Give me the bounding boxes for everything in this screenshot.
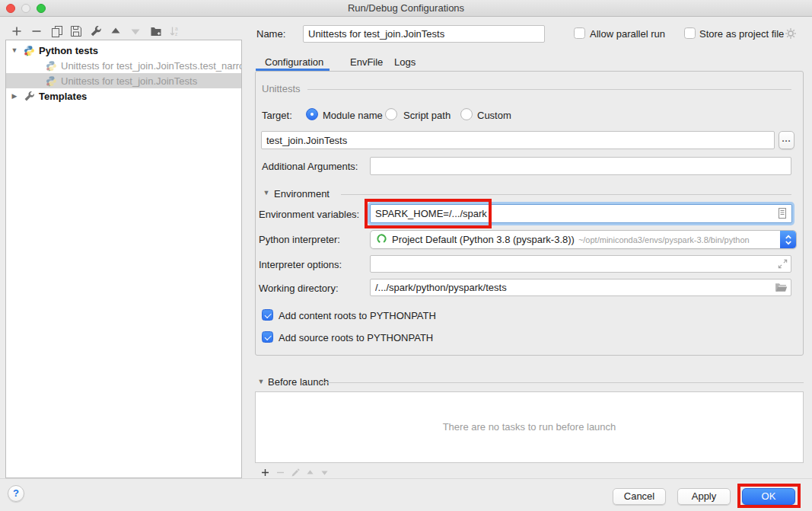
target-module-name-label[interactable]: Module name — [323, 110, 383, 122]
cancel-button[interactable]: Cancel — [613, 488, 666, 505]
add-content-roots-checkbox[interactable] — [262, 309, 273, 321]
group-separator — [307, 89, 791, 90]
tree-item-label: Python tests — [39, 45, 98, 56]
move-task-down-icon[interactable] — [319, 467, 330, 477]
interpreter-value: Project Default (Python 3.8 (pyspark-3.8… — [392, 234, 575, 245]
python-test-config-icon — [46, 60, 57, 72]
help-button[interactable]: ? — [8, 485, 24, 502]
tree-item-label: Unittests for test_join.JoinTests — [61, 75, 197, 87]
remove-configuration-icon[interactable] — [30, 25, 43, 38]
working-directory-input[interactable] — [370, 279, 791, 296]
target-label: Target: — [262, 110, 292, 122]
tree-item-templates[interactable]: ▶ Templates — [6, 88, 241, 104]
add-source-roots-label: Add source roots to PYTHONPATH — [279, 332, 433, 344]
before-launch-separator — [320, 382, 804, 383]
tree-item-python-tests[interactable]: ▼ Python tests — [6, 43, 241, 58]
add-source-roots-checkbox[interactable] — [262, 331, 273, 343]
environment-variables-input[interactable] — [370, 204, 792, 223]
copy-configuration-icon[interactable] — [51, 25, 64, 38]
window-title: Run/Debug Configurations — [0, 0, 812, 16]
edit-task-icon[interactable] — [290, 467, 301, 477]
templates-wrench-icon — [24, 91, 35, 102]
save-configuration-icon[interactable] — [70, 25, 83, 38]
footer-separator — [0, 478, 812, 479]
tree-item-unittests-test-narrow[interactable]: Unittests for test_join.JoinTests.test_n… — [6, 58, 241, 73]
ok-button[interactable]: OK — [742, 488, 795, 505]
target-custom-label[interactable]: Custom — [477, 110, 511, 122]
additional-arguments-input[interactable] — [370, 157, 791, 175]
close-button[interactable] — [6, 4, 15, 13]
tab-configuration[interactable]: Configuration — [265, 56, 323, 69]
edit-templates-icon[interactable] — [90, 25, 103, 38]
tree-item-label: Unittests for test_join.JoinTests.test_n… — [61, 60, 241, 72]
move-down-icon[interactable] — [129, 25, 142, 38]
add-task-icon[interactable] — [260, 467, 270, 477]
environment-collapse-icon[interactable]: ▼ — [262, 189, 271, 196]
allow-parallel-run-checkbox[interactable] — [574, 27, 585, 39]
add-configuration-icon[interactable] — [11, 25, 24, 38]
module-name-input[interactable] — [261, 131, 775, 149]
add-content-roots-label: Add content roots to PYTHONPATH — [279, 310, 436, 322]
python-interpreter-select[interactable]: Project Default (Python 3.8 (pyspark-3.8… — [370, 230, 797, 249]
tree-item-unittests-jointests-selected[interactable]: Unittests for test_join.JoinTests — [6, 73, 241, 88]
allow-parallel-run-label: Allow parallel run — [590, 28, 665, 40]
interpreter-options-input[interactable] — [370, 255, 791, 273]
edit-variables-icon[interactable] — [775, 206, 789, 220]
tab-envfile[interactable]: EnvFile — [350, 56, 383, 69]
svg-text:a: a — [175, 26, 178, 31]
additional-arguments-label: Additional Arguments: — [262, 161, 358, 173]
expand-icon[interactable]: ▶ — [10, 92, 19, 100]
target-script-path-radio[interactable] — [385, 108, 397, 120]
remove-task-icon[interactable] — [275, 467, 285, 477]
run-debug-configurations-dialog: Run/Debug Configurations az ▼ Python tes… — [0, 0, 812, 511]
apply-button[interactable]: Apply — [677, 488, 731, 505]
before-launch-task-list: There are no tasks to run before launch — [255, 391, 804, 463]
python-test-config-icon — [46, 75, 57, 87]
collapse-icon[interactable]: ▼ — [10, 46, 19, 54]
chevron-up-down-icon[interactable] — [780, 231, 796, 248]
target-script-path-label[interactable]: Script path — [403, 110, 451, 122]
empty-tasks-message: There are no tasks to run before launch — [256, 392, 803, 462]
python-interpreter-label: Python interpreter: — [259, 234, 340, 246]
environment-section-label: Environment — [274, 188, 330, 200]
target-module-name-radio[interactable] — [306, 108, 318, 120]
title-bar: Run/Debug Configurations — [0, 0, 812, 17]
name-label: Name: — [256, 28, 285, 40]
interpreter-path: ~/opt/miniconda3/envs/pyspark-3.8/bin/py… — [578, 235, 750, 244]
target-custom-radio[interactable] — [460, 108, 473, 120]
browse-button[interactable]: ... — [779, 131, 794, 149]
folder-icon[interactable] — [774, 281, 788, 293]
expand-field-icon[interactable] — [776, 257, 788, 270]
before-launch-collapse-icon[interactable]: ▼ — [256, 378, 266, 385]
name-input[interactable] — [303, 25, 545, 43]
zoom-button[interactable] — [37, 4, 46, 13]
minimize-button[interactable] — [21, 4, 30, 13]
tab-logs[interactable]: Logs — [394, 56, 416, 69]
gear-icon[interactable] — [784, 27, 797, 40]
new-folder-icon[interactable] — [150, 25, 163, 38]
move-task-up-icon[interactable] — [304, 467, 315, 477]
working-directory-label: Working directory: — [259, 283, 339, 295]
conda-interpreter-icon — [376, 233, 387, 247]
environment-variables-label: Environment variables: — [259, 209, 359, 221]
python-tests-icon — [24, 45, 35, 56]
unittests-group-label: Unittests — [262, 83, 301, 95]
interpreter-options-label: Interpreter options: — [259, 259, 342, 271]
store-as-project-file-checkbox[interactable] — [684, 27, 696, 39]
move-up-icon[interactable] — [110, 25, 123, 38]
svg-text:z: z — [175, 31, 177, 37]
environment-separator — [341, 194, 791, 195]
configurations-tree: ▼ Python tests Unittests for test_join.J… — [5, 40, 242, 478]
sort-alphabetically-icon[interactable]: az — [169, 25, 182, 38]
tree-item-label: Templates — [39, 91, 87, 102]
store-as-project-file-label: Store as project file — [699, 28, 784, 40]
